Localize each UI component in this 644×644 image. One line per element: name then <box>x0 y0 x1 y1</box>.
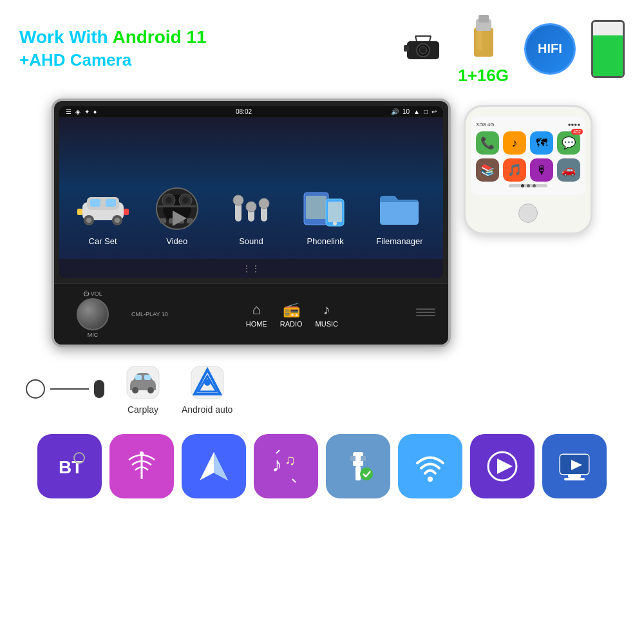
home-button[interactable]: ⌂ HOME <box>246 301 267 328</box>
svg-rect-70 <box>361 456 366 461</box>
bottom-features: BT ♪ ♫ <box>0 424 644 508</box>
svg-text:♫: ♫ <box>285 452 296 468</box>
svg-rect-46 <box>416 312 435 313</box>
music-icon: ♪ <box>323 301 330 318</box>
svg-rect-45 <box>416 308 435 310</box>
main-section: ☰ ◈ ✦ ♦ 08:02 🔊 10 ▲ □ ↩ <box>0 92 644 354</box>
phone-app-messages[interactable]: 💬 452 <box>557 131 580 155</box>
svg-rect-28 <box>160 218 166 223</box>
phone-app-car[interactable]: 🚗 <box>557 158 580 182</box>
app-phonelink[interactable]: Phonelink <box>299 186 351 246</box>
phone-page-dots <box>509 184 547 187</box>
car-set-label: Car Set <box>89 236 117 246</box>
phone-time: 3:58 4G <box>476 122 494 128</box>
phone-app-music[interactable]: 🎵 <box>503 158 526 182</box>
home-icon: ⌂ <box>252 301 261 318</box>
svg-point-51 <box>132 387 138 393</box>
svg-point-18 <box>115 218 120 223</box>
svg-rect-47 <box>416 315 435 316</box>
svg-line-4 <box>415 36 417 41</box>
carplay-label: Carplay <box>128 404 158 415</box>
svg-point-56 <box>204 379 211 386</box>
svg-point-39 <box>259 198 269 209</box>
svg-rect-13 <box>90 199 100 207</box>
storage-text: 1+16G <box>458 66 509 86</box>
phone-app-nowplaying[interactable]: ♪ <box>503 131 526 155</box>
svg-rect-19 <box>77 209 82 215</box>
app-sound[interactable]: Sound <box>225 186 277 246</box>
car-set-icon <box>77 186 129 231</box>
phone-screen: 3:58 4G ●●●● 📞 ♪ 🗺 💬 452 📚 🎵 🎙 🚗 <box>471 117 585 195</box>
phone-app-phone[interactable]: 📞 <box>476 131 499 155</box>
top-icons: 1+16G HIFI <box>404 12 625 86</box>
svg-rect-49 <box>135 375 142 380</box>
feature-cast <box>542 434 607 498</box>
svg-rect-78 <box>564 478 585 480</box>
video-icon <box>151 186 203 231</box>
status-right: 🔊 10 ▲ □ ↩ <box>391 108 437 115</box>
feature-radio <box>109 434 174 498</box>
phone-home-button[interactable] <box>518 204 538 223</box>
feature-bluetooth: BT <box>37 434 102 498</box>
filemanager-label: Filemanager <box>376 236 422 246</box>
radio-button[interactable]: 📻 RADIO <box>280 301 303 328</box>
hifi-badge: HIFI <box>524 23 576 75</box>
carplay-section: Carplay <box>124 363 162 415</box>
app-car-set[interactable]: Car Set <box>77 186 129 246</box>
phonelink-label: Phonelink <box>307 236 344 246</box>
nav-bar: ⏻·VOL MIC CML-PLAY 10 ⌂ HOME 📻 RADIO ♪ M… <box>54 283 448 345</box>
head-unit: ☰ ◈ ✦ ♦ 08:02 🔊 10 ▲ □ ↩ <box>52 99 451 347</box>
status-time: 08:02 <box>236 108 252 115</box>
android-auto-icon <box>188 363 227 402</box>
svg-rect-20 <box>124 209 129 215</box>
app-filemanager[interactable]: Filemanager <box>374 186 425 246</box>
battery-icon <box>591 20 625 78</box>
feature-music: ♪ ♫ <box>254 434 318 498</box>
svg-point-72 <box>428 477 433 482</box>
music-label: MUSIC <box>316 320 338 328</box>
vol-section: ⏻·VOL MIC <box>67 290 118 338</box>
app-label-text: CML-PLAY 10 <box>131 311 168 317</box>
app-video[interactable]: Video <box>151 186 203 246</box>
svg-rect-27 <box>158 205 196 207</box>
svg-point-71 <box>360 468 373 480</box>
music-button[interactable]: ♪ MUSIC <box>316 301 338 328</box>
svg-point-24 <box>166 197 172 204</box>
camera-icon <box>404 35 442 63</box>
mic-body-icon <box>94 380 104 398</box>
svg-text:BT: BT <box>59 457 82 477</box>
svg-rect-31 <box>187 218 193 223</box>
phone-app-podcasts[interactable]: 🎙 <box>530 158 553 182</box>
svg-point-60 <box>140 451 144 455</box>
usb-icon: 1+16G <box>458 12 509 86</box>
status-left: ☰ ◈ ✦ ♦ <box>66 108 97 115</box>
feature-play <box>470 434 535 498</box>
svg-point-52 <box>147 387 154 393</box>
phonelink-icon <box>299 186 351 231</box>
svg-line-5 <box>430 36 431 41</box>
svg-point-44 <box>333 222 337 225</box>
page-indicator: ⋮⋮ <box>59 259 443 278</box>
svg-rect-41 <box>306 196 327 219</box>
android-version-text: Work With Android 11 <box>19 27 207 48</box>
phone-apps-grid: 📞 ♪ 🗺 💬 452 📚 🎵 🎙 🚗 <box>476 131 580 182</box>
radio-icon: 📻 <box>283 301 300 318</box>
vol-label: ⏻·VOL <box>83 290 102 297</box>
home-label: HOME <box>246 320 267 328</box>
svg-text:♪: ♪ <box>272 453 282 476</box>
sound-icon <box>225 186 277 231</box>
vol-knob[interactable] <box>77 298 109 330</box>
sound-label: Sound <box>239 236 263 246</box>
android-auto-label: Android auto <box>182 404 232 415</box>
phone-app-audiobooks[interactable]: 📚 <box>476 158 499 182</box>
carplay-icon <box>124 363 162 402</box>
video-label: Video <box>166 236 187 246</box>
svg-point-26 <box>182 197 189 204</box>
phone-app-maps[interactable]: 🗺 <box>530 131 553 155</box>
phone-signal: ●●●● <box>568 122 580 128</box>
svg-point-37 <box>246 202 256 212</box>
top-banner: Work With Android 11 +AHD Camera <box>0 0 644 92</box>
middle-section: Carplay Android auto <box>0 354 644 424</box>
app-grid: Car Set <box>59 117 443 259</box>
svg-rect-14 <box>106 199 116 207</box>
